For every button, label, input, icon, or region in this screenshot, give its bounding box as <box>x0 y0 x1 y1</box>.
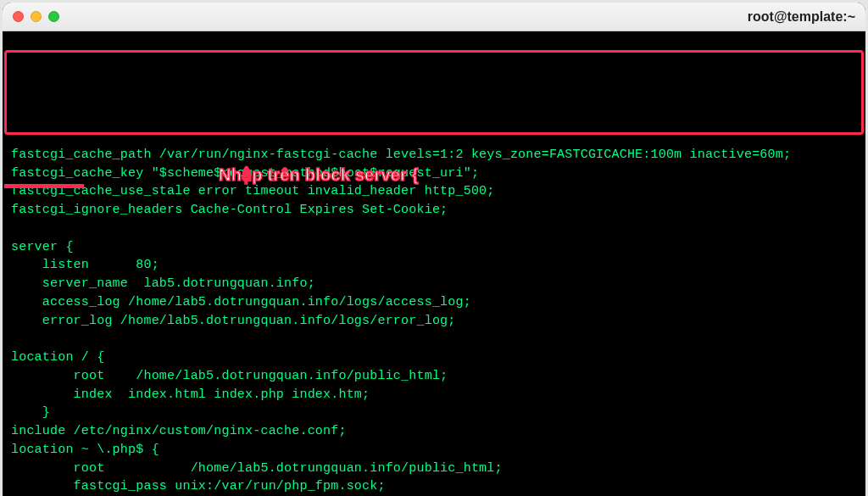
titlebar: root@template:~ <box>3 3 865 31</box>
terminal-window: root@template:~ Nhập trên block server {… <box>3 3 865 493</box>
traffic-lights <box>13 11 59 22</box>
code-line: fastcgi_cache_path /var/run/nginx-fastcg… <box>11 148 791 162</box>
code-line: error_log /home/lab5.dotrungquan.info/lo… <box>11 314 455 328</box>
code-line: root /home/lab5.dotrungquan.info/public_… <box>11 369 448 383</box>
window-title: root@template:~ <box>748 9 855 25</box>
maximize-icon[interactable] <box>48 11 59 22</box>
code-line: location ~ \.php$ { <box>11 443 159 457</box>
code-line: fastcgi_ignore_headers Cache-Control Exp… <box>11 203 448 217</box>
terminal-body[interactable]: Nhập trên block server { fastcgi_cache_p… <box>3 47 865 496</box>
code-line: } <box>11 405 50 420</box>
code-line: listen 80; <box>11 258 159 272</box>
minimize-icon[interactable] <box>31 11 42 22</box>
code-line: server_name lab5.dotrungquan.info; <box>11 276 315 291</box>
code-line: root /home/lab5.dotrungquan.info/public_… <box>11 461 503 476</box>
code-line: fastcgi_pass unix:/var/run/php_fpm.sock; <box>11 479 386 493</box>
terminal-content: fastcgi_cache_path /var/run/nginx-fastcg… <box>11 146 857 496</box>
code-line: include /etc/nginx/custom/nginx-cache.co… <box>11 424 347 438</box>
close-icon[interactable] <box>13 11 24 22</box>
code-line: fastcgi_cache_key "$scheme$request_metho… <box>11 166 479 181</box>
terminal-topbar <box>3 31 865 47</box>
code-line: index index.html index.php index.htm; <box>11 387 370 402</box>
code-line: access_log /home/lab5.dotrungquan.info/l… <box>11 295 471 309</box>
code-line: server { <box>11 240 74 254</box>
code-line: fastcgi_cache_use_stale error timeout in… <box>11 184 495 198</box>
code-line: location / { <box>11 350 104 365</box>
highlight-box <box>4 50 864 135</box>
